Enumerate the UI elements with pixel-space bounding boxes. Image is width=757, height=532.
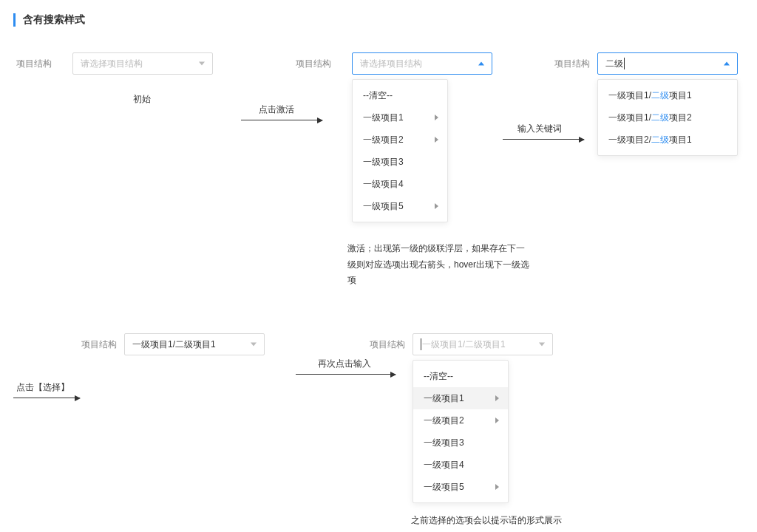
option-text: 一级项目1 — [363, 112, 404, 124]
option-item[interactable]: 一级项目2 — [413, 409, 508, 432]
cascader-select-filled[interactable]: 一级项目1/二级项目1 — [124, 333, 265, 355]
arrow-label-4: 再次点击输入 — [318, 358, 371, 370]
arrow-label-3: 点击【选择】 — [16, 381, 69, 394]
chevron-up-icon — [478, 62, 484, 66]
result-suffix: 项目2 — [669, 112, 692, 124]
section-title: 含有搜索样式 — [13, 13, 757, 27]
field-label-4: 项目结构 — [81, 338, 117, 351]
option-clear[interactable]: --清空-- — [413, 365, 508, 387]
cascader-search-panel: 一级项目1/二级项目1 一级项目1/二级项目2 一级项目2/二级项目1 — [597, 79, 738, 156]
option-item[interactable]: 一级项目1 — [353, 106, 447, 129]
option-clear[interactable]: --清空-- — [353, 84, 447, 106]
option-text: 一级项目3 — [363, 156, 404, 168]
chevron-down-icon — [539, 343, 545, 347]
option-item[interactable]: 一级项目3 — [353, 151, 447, 173]
cascader-select-active[interactable]: 请选择项目结构 — [352, 52, 492, 75]
placeholder-previous-value: 一级项目1/二级项目1 — [422, 338, 506, 351]
field-label-2: 项目结构 — [296, 58, 331, 70]
arrow-label-2: 输入关键词 — [517, 123, 562, 135]
option-text: 一级项目4 — [424, 459, 464, 471]
text-cursor — [421, 338, 421, 350]
arrow-icon-2 — [503, 139, 584, 140]
field-label-5: 项目结构 — [370, 338, 405, 351]
result-suffix: 项目1 — [669, 89, 692, 102]
placeholder-text: 请选择项目结构 — [360, 58, 422, 70]
option-text: 一级项目2 — [424, 415, 464, 427]
state5-description: 之前选择的选项会以提示语的形式展示 — [411, 513, 603, 529]
search-result[interactable]: 一级项目1/二级项目1 — [598, 84, 737, 106]
chevron-right-icon — [435, 137, 438, 143]
cascader-panel-1: --清空-- 一级项目1 一级项目2 一级项目3 一级项目4 一级项目5 — [352, 79, 448, 222]
text-cursor — [624, 58, 625, 69]
cascader-select-reopened[interactable]: 一级项目1/二级项目1 — [413, 333, 553, 355]
chevron-down-icon — [199, 62, 205, 66]
option-text: 一级项目5 — [424, 481, 464, 494]
option-item[interactable]: 一级项目4 — [413, 454, 508, 476]
cascader-select-search[interactable]: 二级 — [597, 52, 738, 75]
chevron-right-icon — [495, 484, 499, 490]
field-label-1: 项目结构 — [16, 58, 52, 70]
result-prefix: 一级项目1/ — [608, 89, 651, 102]
chevron-right-icon — [435, 115, 438, 120]
option-item[interactable]: 一级项目2 — [353, 129, 447, 151]
arrow-label-1: 点击激活 — [259, 103, 294, 116]
placeholder-text: 请选择项目结构 — [81, 58, 143, 70]
result-match: 二级 — [651, 112, 669, 124]
result-match: 二级 — [651, 134, 669, 146]
chevron-right-icon — [495, 395, 499, 401]
search-value: 二级 — [605, 58, 623, 70]
result-prefix: 一级项目1/ — [608, 112, 651, 124]
selected-value: 一级项目1/二级项目1 — [132, 338, 216, 351]
option-item[interactable]: 一级项目3 — [413, 432, 508, 454]
chevron-up-icon — [724, 62, 730, 66]
result-suffix: 项目1 — [669, 134, 692, 146]
arrow-icon-3 — [13, 398, 80, 398]
chevron-right-icon — [495, 417, 499, 423]
field-label-3: 项目结构 — [554, 58, 590, 70]
cascader-panel-2: --清空-- 一级项目1 一级项目2 一级项目3 一级项目4 一级项目5 — [413, 360, 509, 503]
option-text: 一级项目1 — [424, 392, 464, 405]
chevron-down-icon — [251, 343, 257, 347]
option-item[interactable]: 一级项目5 — [413, 476, 508, 498]
result-match: 二级 — [651, 89, 669, 102]
state1-caption: 初始 — [133, 93, 151, 106]
chevron-right-icon — [435, 203, 438, 209]
cascader-select-initial[interactable]: 请选择项目结构 — [72, 52, 213, 75]
option-item[interactable]: 一级项目5 — [353, 195, 447, 217]
option-text: 一级项目5 — [363, 200, 404, 213]
arrow-icon-1 — [241, 120, 322, 120]
arrow-icon-4 — [296, 374, 396, 375]
result-prefix: 一级项目2/ — [608, 134, 651, 146]
option-text: 一级项目4 — [363, 178, 404, 191]
option-item-highlighted[interactable]: 一级项目1 — [413, 387, 508, 409]
diagram-stage: 项目结构 请选择项目结构 初始 点击激活 项目结构 请选择项目结构 --清空--… — [0, 49, 757, 532]
option-item[interactable]: 一级项目4 — [353, 173, 447, 195]
search-result[interactable]: 一级项目2/二级项目1 — [598, 129, 737, 151]
option-text: 一级项目2 — [363, 134, 404, 146]
search-result[interactable]: 一级项目1/二级项目2 — [598, 106, 737, 129]
state2-description: 激活；出现第一级的级联浮层，如果存在下一级则对应选项出现右箭头，hover出现下… — [347, 241, 532, 289]
option-text: 一级项目3 — [424, 437, 464, 449]
